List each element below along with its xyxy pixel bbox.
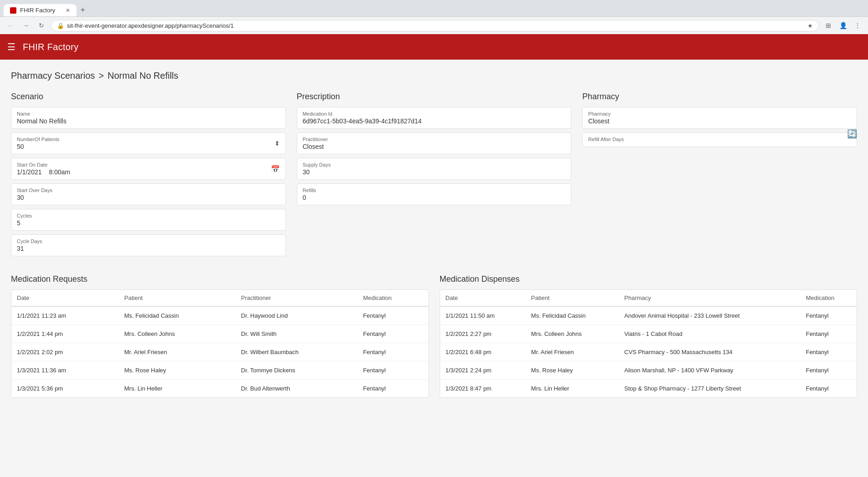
cell-medication: Fentanyl: [358, 325, 428, 343]
cell-patient: Ms. Rose Haley: [526, 361, 619, 380]
medication-requests-header-row: Date Patient Practitioner Medication: [11, 290, 428, 306]
breadcrumb-current: Normal No Refills: [107, 71, 178, 81]
cell-practitioner: Dr. Haywood Lind: [236, 306, 358, 325]
browser-toolbar: ← → ↻ 🔒 sit-fhir-event-generator.apexdes…: [0, 16, 868, 34]
tab-favicon: [10, 7, 16, 14]
calendar-icon[interactable]: 📅: [271, 165, 280, 173]
cell-medication: Fentanyl: [358, 306, 428, 325]
cell-medication: Fentanyl: [358, 361, 428, 380]
cell-date: 1/2/2021 2:27 pm: [440, 325, 526, 343]
medication-requests-tbody: 1/1/2021 11:23 amMs. Felicidad CassinDr.…: [11, 306, 428, 397]
cell-medication: Fentanyl: [800, 361, 857, 380]
url-text: sit-fhir-event-generator.apexdesigner.ap…: [67, 22, 805, 29]
active-tab[interactable]: FHIR Factory ✕: [4, 4, 76, 16]
extensions-button[interactable]: ⊞: [822, 20, 834, 31]
cell-practitioner: Dr. Tommye Dickens: [236, 361, 358, 380]
medication-dispenses-header-row: Date Patient Pharmacy Medication: [440, 290, 857, 306]
medication-dispenses-title: Medication Dispenses: [440, 274, 858, 284]
back-button[interactable]: ←: [5, 20, 16, 31]
start-over-days-field: Start Over Days 30: [11, 183, 286, 205]
supply-days-label: Supply Days: [303, 162, 566, 167]
select-arrow-icon: ⬍: [274, 140, 280, 147]
page-content: Pharmacy Scenarios > Normal No Refills 🔄…: [0, 60, 868, 409]
breadcrumb-parent[interactable]: Pharmacy Scenarios: [11, 71, 95, 81]
cycles-label: Cycles: [17, 213, 280, 218]
practitioner-label: Practitioner: [303, 137, 566, 142]
cell-patient: Mrs. Colleen Johns: [526, 325, 619, 343]
cell-medication: Fentanyl: [800, 380, 857, 398]
medication-dispenses-table: Date Patient Pharmacy Medication 1/1/202…: [440, 290, 857, 397]
number-of-patients-value: 50: [17, 143, 274, 150]
new-tab-button[interactable]: +: [76, 4, 89, 16]
cell-date: 1/3/2021 5:36 pm: [11, 380, 119, 398]
col-disp-medication: Medication: [800, 290, 857, 306]
medication-requests-table-wrapper: Date Patient Practitioner Medication 1/1…: [11, 289, 429, 398]
cell-date: 1/2/2021 2:02 pm: [11, 343, 119, 361]
table-row: 1/3/2021 8:47 pmMrs. Lin HellerStop & Sh…: [440, 380, 857, 398]
pharmacy-section: Pharmacy Pharmacy Closest Refill After D…: [582, 92, 857, 260]
page-refresh-icon[interactable]: 🔄: [847, 129, 857, 139]
medication-requests-title: Medication Requests: [11, 274, 429, 284]
cycle-days-field: Cycle Days 31: [11, 234, 286, 256]
col-disp-pharmacy: Pharmacy: [619, 290, 801, 306]
tab-bar: FHIR Factory ✕ +: [0, 0, 868, 16]
supply-days-value: 30: [303, 168, 566, 176]
start-on-date-value: 1/1/2021: [17, 168, 42, 176]
number-of-patients-field[interactable]: NumberOf Patients 50 ⬍: [11, 132, 286, 154]
address-bar[interactable]: 🔒 sit-fhir-event-generator.apexdesigner.…: [51, 20, 819, 31]
start-over-days-value: 30: [17, 194, 280, 201]
col-medication: Medication: [358, 290, 428, 306]
forward-button[interactable]: →: [20, 20, 32, 31]
medication-dispenses-tbody: 1/1/2021 11:50 amMs. Felicidad CassinAnd…: [440, 306, 857, 397]
table-row: 1/2/2021 2:02 pmMr. Ariel FriesenDr. Wil…: [11, 343, 428, 361]
pharmacy-label: Pharmacy: [588, 111, 851, 117]
refills-value: 0: [303, 194, 566, 201]
app-title: FHIR Factory: [23, 42, 79, 52]
browser-chrome: FHIR Factory ✕ + ← → ↻ 🔒 sit-fhir-event-…: [0, 0, 868, 34]
cell-practitioner: Dr. Wilbert Baumbach: [236, 343, 358, 361]
breadcrumb: Pharmacy Scenarios > Normal No Refills: [11, 71, 857, 81]
medication-requests-table: Date Patient Practitioner Medication 1/1…: [11, 290, 428, 397]
medication-id-label: Medication Id: [303, 111, 566, 117]
cell-practitioner: Dr. Bud Altenwerth: [236, 380, 358, 398]
col-practitioner: Practitioner: [236, 290, 358, 306]
table-row: 1/3/2021 5:36 pmMrs. Lin HellerDr. Bud A…: [11, 380, 428, 398]
cell-medication: Fentanyl: [358, 343, 428, 361]
col-date: Date: [11, 290, 119, 306]
cell-pharmacy: Stop & Shop Pharmacy - 1277 Liberty Stre…: [619, 380, 801, 398]
tab-close-button[interactable]: ✕: [66, 7, 70, 14]
table-row: 1/1/2021 11:50 amMs. Felicidad CassinAnd…: [440, 306, 857, 325]
cell-patient: Ms. Felicidad Cassin: [119, 306, 236, 325]
app-header: ☰ FHIR Factory: [0, 34, 868, 60]
table-row: 1/3/2021 11:36 amMs. Rose HaleyDr. Tommy…: [11, 361, 428, 380]
refill-after-days-field: Refill After Days: [582, 132, 857, 147]
practitioner-field: Practitioner Closest: [297, 132, 572, 154]
start-on-time-value: 8:00am: [49, 168, 71, 176]
cell-patient: Mr. Ariel Friesen: [119, 343, 236, 361]
cell-date: 1/3/2021 2:24 pm: [440, 361, 526, 380]
cell-patient: Mrs. Lin Heller: [526, 380, 619, 398]
start-on-date-field: Start On Date 1/1/2021 8:00am 📅: [11, 158, 286, 180]
name-label: Name: [17, 111, 280, 117]
pharmacy-value: Closest: [588, 117, 851, 125]
table-row: 1/2/2021 6:48 pmMr. Ariel FriesenCVS Pha…: [440, 343, 857, 361]
cell-patient: Ms. Rose Haley: [119, 361, 236, 380]
table-row: 1/1/2021 11:23 amMs. Felicidad CassinDr.…: [11, 306, 428, 325]
sections-row: Scenario Name Normal No Refills NumberOf…: [11, 92, 857, 260]
table-row: 1/3/2021 2:24 pmMs. Rose HaleyAlison Mar…: [440, 361, 857, 380]
cell-medication: Fentanyl: [358, 380, 428, 398]
refresh-button[interactable]: ↻: [36, 20, 47, 31]
cell-pharmacy: Andover Animal Hospital - 233 Lowell Str…: [619, 306, 801, 325]
more-button[interactable]: ⋮: [852, 20, 863, 31]
medication-id-field: Medication Id 6d967cc1-5b03-4ea5-9a39-4c…: [297, 107, 572, 129]
cell-pharmacy: Viatris - 1 Cabot Road: [619, 325, 801, 343]
menu-icon[interactable]: ☰: [7, 41, 15, 52]
cell-date: 1/3/2021 8:47 pm: [440, 380, 526, 398]
cell-medication: Fentanyl: [800, 343, 857, 361]
profile-button[interactable]: 👤: [837, 20, 849, 31]
cycles-field: Cycles 5: [11, 209, 286, 231]
cell-date: 1/1/2021 11:23 am: [11, 306, 119, 325]
table-row: 1/2/2021 1:44 pmMrs. Colleen JohnsDr. Wi…: [11, 325, 428, 343]
cell-pharmacy: Alison Marshall, NP - 1400 VFW Parkway: [619, 361, 801, 380]
medication-dispenses-thead: Date Patient Pharmacy Medication: [440, 290, 857, 306]
